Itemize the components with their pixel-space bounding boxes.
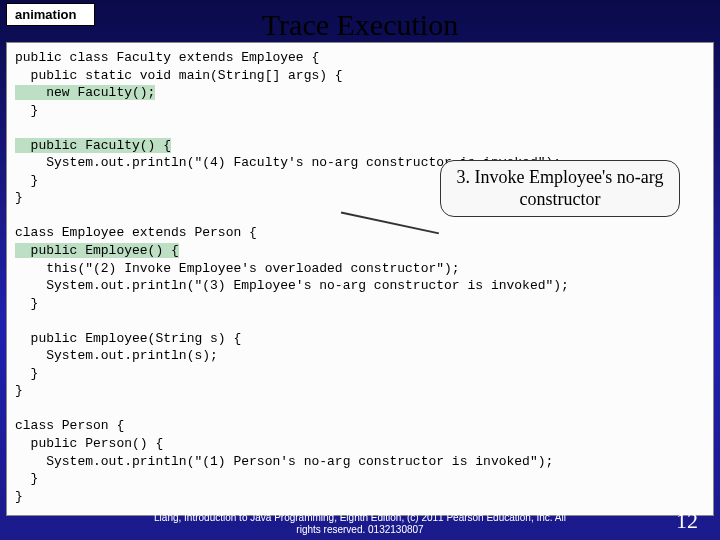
code-line: } bbox=[15, 471, 38, 486]
code-line-highlight: public Employee() { bbox=[15, 243, 179, 258]
callout-box: 3. Invoke Employee's no-arg constructor bbox=[440, 160, 680, 217]
code-line-highlight: new Faculty(); bbox=[15, 85, 155, 100]
footer-citation: Liang, Introduction to Java Programming,… bbox=[0, 512, 720, 536]
code-line: } bbox=[15, 366, 38, 381]
code-line: public Employee(String s) { bbox=[15, 331, 241, 346]
code-line-highlight: public Faculty() { bbox=[15, 138, 171, 153]
code-line: public static void main(String[] args) { bbox=[15, 68, 343, 83]
code-line: this("(2) Invoke Employee's overloaded c… bbox=[15, 261, 460, 276]
code-block: public class Faculty extends Employee { … bbox=[6, 42, 714, 516]
code-line: } bbox=[15, 190, 23, 205]
footer-line: Liang, Introduction to Java Programming,… bbox=[154, 512, 566, 523]
code-line: } bbox=[15, 103, 38, 118]
code-line: } bbox=[15, 296, 38, 311]
code-line: } bbox=[15, 383, 23, 398]
code-line: } bbox=[15, 173, 38, 188]
code-line: System.out.println("(3) Employee's no-ar… bbox=[15, 278, 569, 293]
code-line: public class Faculty extends Employee { bbox=[15, 50, 319, 65]
code-line: class Employee extends Person { bbox=[15, 225, 257, 240]
code-line: System.out.println("(1) Person's no-arg … bbox=[15, 454, 553, 469]
page-number: 12 bbox=[676, 508, 698, 534]
slide-title: Trace Execution bbox=[0, 8, 720, 42]
animation-tag: animation bbox=[6, 3, 95, 26]
footer-line: rights reserved. 0132130807 bbox=[296, 524, 423, 535]
code-line: } bbox=[15, 489, 23, 504]
code-line: class Person { bbox=[15, 418, 124, 433]
code-line: public Person() { bbox=[15, 436, 163, 451]
code-line: System.out.println(s); bbox=[15, 348, 218, 363]
